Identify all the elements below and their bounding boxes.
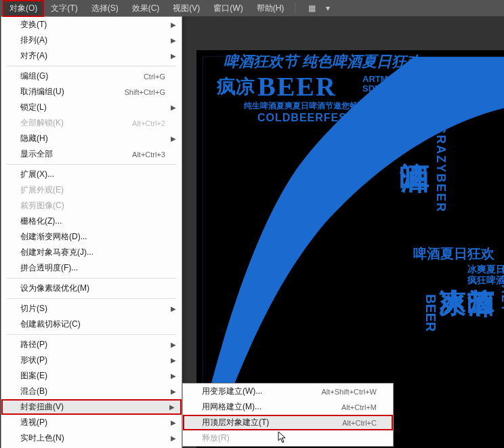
- submenu-arrow-icon: ▶: [169, 403, 175, 411]
- menu-item[interactable]: 形状(P)▶: [1, 352, 182, 368]
- menu-separator: [7, 66, 176, 66]
- submenu-item[interactable]: 用网格建立(M)...Alt+Ctrl+M: [183, 399, 393, 415]
- menubar-separator: [295, 3, 295, 14]
- submenu-arrow-icon: ▶: [171, 135, 176, 142]
- menu-separator: [7, 278, 176, 279]
- menu-item: 全部解锁(K)Alt+Ctrl+2: [1, 115, 182, 131]
- decor-text: 疯凉: [217, 77, 255, 96]
- submenu-item-label: 用顶层对象建立(T): [202, 417, 342, 428]
- menu-item[interactable]: 创建渐变网格(D)...: [1, 229, 182, 245]
- menu-help[interactable]: 帮助(H): [250, 0, 291, 17]
- menubar-tools: ▦ ▾: [305, 3, 335, 14]
- submenu-item-label: 用网格建立(M)...: [202, 401, 341, 413]
- menu-item[interactable]: 拼合透明度(F)...: [1, 260, 182, 276]
- menu-item[interactable]: 创建裁切标记(C): [1, 317, 182, 332]
- submenu-item-label: 用变形建立(W)...: [202, 386, 321, 397]
- menu-type[interactable]: 文字(T): [44, 0, 84, 17]
- menu-item[interactable]: 栅格化(Z)...: [1, 213, 182, 229]
- menu-item[interactable]: 隐藏(H)▶: [1, 131, 182, 146]
- menu-separator: [7, 298, 176, 299]
- menu-view[interactable]: 视图(V): [166, 0, 207, 17]
- submenu-arrow-icon: ▶: [171, 372, 176, 380]
- menu-item[interactable]: 对齐(A)▶: [1, 48, 182, 64]
- menu-item-label: 实时上色(N): [20, 432, 165, 444]
- menu-item[interactable]: 编组(G)Ctrl+G: [1, 68, 182, 84]
- menu-item[interactable]: 变换(T)▶: [1, 17, 182, 33]
- menu-item-label: 图案(E): [20, 370, 165, 382]
- decor-text: CRAZYBEER: [435, 125, 447, 213]
- decor-text: COLDBEERFESTIVAL: [257, 113, 381, 123]
- menu-item[interactable]: 设为像素级优化(M): [1, 281, 182, 296]
- submenu-arrow-icon: ▶: [171, 434, 176, 442]
- menu-item-label: 栅格化(Z)...: [20, 216, 165, 227]
- menu-item-label: 对齐(A): [20, 50, 165, 62]
- submenu-arrow-icon: ▶: [171, 52, 176, 60]
- submenu-item[interactable]: 用顶层对象建立(T)Alt+Ctrl+C: [183, 415, 393, 430]
- menu-item: 裁剪图像(C): [1, 198, 182, 213]
- menu-item[interactable]: 路径(P)▶: [1, 337, 182, 352]
- object-menu-dropdown: 变换(T)▶排列(A)▶对齐(A)▶编组(G)Ctrl+G取消编组(U)Shif…: [1, 16, 182, 448]
- submenu-arrow-icon: ▶: [171, 21, 176, 28]
- decor-text: SDESIGN: [362, 84, 402, 93]
- menu-item[interactable]: 混合(B)▶: [1, 384, 182, 399]
- menu-shortcut: Alt+Ctrl+C: [342, 419, 377, 427]
- envelope-distort-submenu: 用变形建立(W)...Alt+Shift+Ctrl+W用网格建立(M)...Al…: [182, 383, 394, 447]
- menu-shortcut: Ctrl+G: [144, 73, 165, 81]
- menu-item-label: 切片(S): [20, 303, 165, 314]
- menu-item-label: 裁剪图像(C): [20, 200, 165, 211]
- menu-item-label: 路径(P): [20, 339, 165, 350]
- menu-item-label: 拼合透明度(F)...: [20, 262, 165, 274]
- menu-item: 扩展外观(E): [1, 182, 182, 198]
- dropdown-icon[interactable]: ▾: [321, 3, 335, 14]
- submenu-arrow-icon: ▶: [171, 357, 176, 364]
- layout-icon[interactable]: ▦: [305, 3, 318, 14]
- menu-shortcut: Alt+Ctrl+M: [341, 403, 377, 411]
- menu-item-label: 创建渐变网格(D)...: [20, 231, 165, 243]
- menu-item[interactable]: 显示全部Alt+Ctrl+3: [1, 146, 182, 162]
- menu-item[interactable]: 实时上色(N)▶: [1, 430, 182, 446]
- submenu-arrow-icon: ▶: [171, 305, 176, 312]
- menu-item[interactable]: 封套扭曲(V)▶: [1, 399, 182, 415]
- decor-text: 冰爽夏日: [406, 73, 447, 83]
- menu-item-label: 形状(P): [20, 354, 165, 366]
- menu-item[interactable]: 排列(A)▶: [1, 33, 182, 48]
- menu-separator: [7, 164, 176, 165]
- menu-item-label: 全部解锁(K): [20, 117, 132, 129]
- menu-item[interactable]: 创建对象马赛克(J)...: [1, 245, 182, 260]
- decor-text: 疯狂啤酒: [406, 85, 447, 96]
- decor-text: BEER: [424, 294, 438, 332]
- submenu-arrow-icon: ▶: [171, 104, 176, 111]
- menu-item[interactable]: 取消编组(U)Shift+Ctrl+G: [1, 84, 182, 100]
- menu-effect[interactable]: 效果(C): [125, 0, 167, 17]
- menu-shortcut: Alt+Ctrl+2: [132, 119, 165, 127]
- submenu-item: 释放(R): [183, 430, 393, 446]
- menu-separator: [7, 334, 176, 335]
- menu-item[interactable]: 切片(S)▶: [1, 301, 182, 317]
- menu-item-label: 扩展外观(E): [20, 184, 165, 196]
- menu-item-label: 混合(B): [20, 386, 165, 397]
- decor-text: 啤酒夏日狂欢: [413, 247, 495, 260]
- menu-item[interactable]: 扩展(X)...: [1, 167, 182, 182]
- submenu-item[interactable]: 用变形建立(W)...Alt+Shift+Ctrl+W: [183, 384, 393, 399]
- menu-item[interactable]: 锁定(L)▶: [1, 100, 182, 115]
- menu-item-label: 排列(A): [20, 35, 165, 46]
- menubar: 对象(O) 文字(T) 选择(S) 效果(C) 视图(V) 窗口(W) 帮助(H…: [0, 0, 504, 16]
- menu-item-label: 锁定(L): [20, 102, 165, 113]
- decor-text: 冰爽夏日: [467, 264, 504, 274]
- menu-object[interactable]: 对象(O): [3, 0, 44, 17]
- menu-item-label: 设为像素级优化(M): [20, 283, 165, 294]
- menu-item-label: 显示全部: [20, 148, 132, 160]
- menu-item-label: 编组(G): [20, 70, 144, 82]
- submenu-arrow-icon: ▶: [171, 37, 176, 44]
- submenu-item-label: 释放(R): [202, 432, 377, 444]
- menu-shortcut: Alt+Ctrl+3: [132, 150, 165, 159]
- menu-item-label: 创建对象马赛克(J)...: [20, 247, 165, 258]
- menu-item-label: 扩展(X)...: [20, 169, 165, 180]
- menu-select[interactable]: 选择(S): [85, 0, 125, 17]
- menu-window[interactable]: 窗口(W): [207, 0, 249, 17]
- menu-item[interactable]: 透视(P)▶: [1, 415, 182, 430]
- menu-item-label: 透视(P): [20, 417, 165, 428]
- menu-item-label: 变换(T): [20, 19, 165, 30]
- decor-text: 啤酒狂欢节 纯色啤酒夏日狂欢: [224, 54, 421, 69]
- menu-item[interactable]: 图案(E)▶: [1, 368, 182, 384]
